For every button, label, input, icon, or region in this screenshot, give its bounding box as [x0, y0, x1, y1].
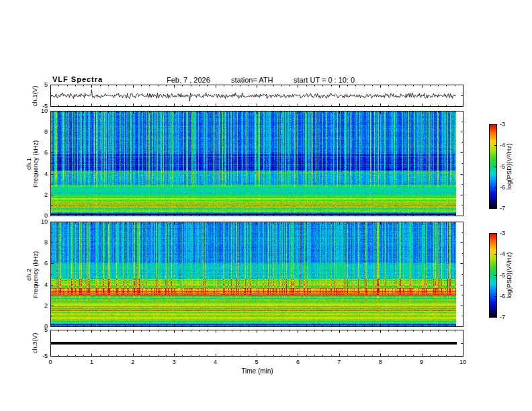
- ch1-volt-tick-label: 5: [44, 81, 48, 88]
- colorbar1-label: log(PSD)(V²/Hz): [506, 144, 513, 190]
- colorbar1-tick-label: -3: [500, 121, 505, 128]
- time-axis-label: Time (min): [241, 367, 273, 375]
- colorbar2-label: log(PSD)(V²/Hz): [506, 253, 513, 299]
- colorbar-ch2: [489, 233, 497, 318]
- ch1-waveform-canvas: [50, 85, 463, 107]
- ch2-freq-tick-label: 4: [44, 281, 48, 288]
- x-tick-label: 2: [131, 359, 134, 365]
- ch1-freq-tick-label: 0: [44, 212, 48, 219]
- ch2-label-line2: Frequency (kHz): [32, 251, 39, 298]
- ch1-frequency-axis-label: ch.1 Frequency (kHz): [26, 140, 39, 187]
- colorbar2-tick-label: -5: [500, 272, 505, 279]
- ch3-voltage-axis-label: ch.3(V): [32, 333, 38, 354]
- colorbar-ch1: [489, 124, 497, 209]
- x-tick-label: 0: [48, 359, 52, 365]
- ch1-freq-tick-label: 2: [44, 191, 48, 198]
- ch2-spectrogram-canvas: [50, 222, 463, 327]
- x-tick-label: 6: [296, 359, 300, 365]
- x-tick-label: 4: [214, 359, 217, 365]
- ch1-freq-tick-label: 6: [44, 149, 48, 156]
- station-label: station= ATH: [231, 76, 273, 84]
- ch2-freq-tick-label: 6: [44, 260, 48, 267]
- ch1-freq-tick-label: 4: [44, 171, 48, 177]
- x-tick-label: 5: [255, 359, 258, 365]
- x-tick-label: 7: [337, 359, 341, 365]
- colorbar2-tick-label: -7: [500, 314, 505, 320]
- ch3-volt-tick-label: 5: [44, 326, 48, 333]
- vlf-spectra-figure: VLF Spectra Feb. 7 , 2026 station= ATH s…: [0, 0, 532, 411]
- ch2-freq-tick-label: 8: [44, 239, 48, 246]
- ch1-volt-tick-label: -5: [42, 103, 48, 109]
- colorbar1-tick-label: -4: [500, 142, 505, 148]
- x-tick-label: 9: [420, 359, 423, 365]
- x-tick-label: 3: [173, 359, 176, 365]
- colorbar1-tick-label: -7: [500, 205, 505, 212]
- ch2-freq-tick-label: 10: [41, 218, 48, 225]
- x-tick-label: 8: [379, 359, 382, 365]
- figure-title: VLF Spectra: [52, 75, 103, 83]
- x-tick-label: 10: [459, 359, 466, 365]
- start-ut-label: start UT = 0 : 10: 0: [294, 76, 355, 84]
- ch2-frequency-axis-label: ch.2 Frequency (kHz): [26, 251, 39, 298]
- date-label: Feb. 7 , 2026: [167, 76, 210, 84]
- ch1-spectrogram-canvas: [50, 111, 463, 216]
- colorbar1-tick-label: -6: [500, 184, 505, 191]
- colorbar2-tick-label: -6: [500, 293, 505, 300]
- colorbar2-tick-label: -4: [500, 250, 505, 257]
- colorbar2-tick-label: -3: [500, 230, 505, 236]
- colorbar1-tick-label: -5: [500, 163, 505, 170]
- ch1-label-line2: Frequency (kHz): [32, 140, 39, 187]
- ch2-freq-tick-label: 2: [44, 302, 48, 309]
- ch3-volt-tick-label: -5: [42, 353, 48, 359]
- ch1-freq-tick-label: 8: [44, 128, 48, 135]
- ch3-flatline-canvas: [50, 330, 463, 357]
- ch1-voltage-axis-label: ch.1(V): [32, 86, 38, 107]
- x-tick-label: 1: [90, 359, 93, 365]
